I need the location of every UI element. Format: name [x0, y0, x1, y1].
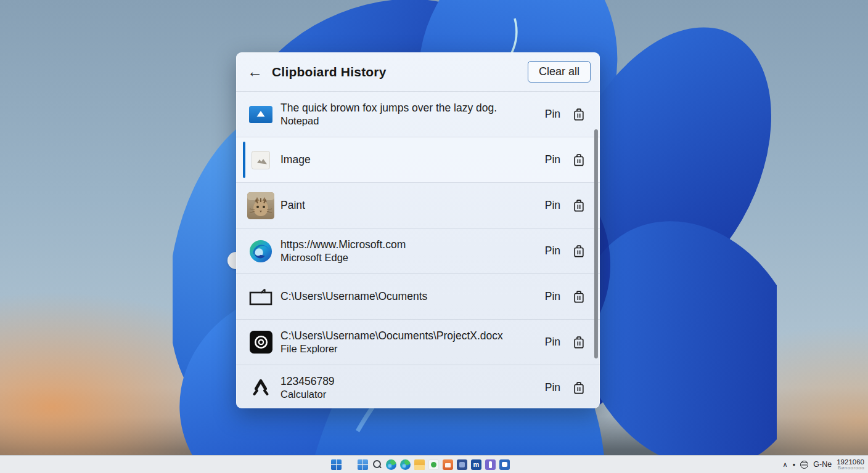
home-app-icon[interactable] — [443, 459, 453, 470]
delete-button[interactable] — [573, 245, 585, 258]
pin-button[interactable]: Pin — [542, 380, 563, 395]
clock-line2: Bønoorooo — [837, 466, 864, 471]
tray-dot-icon[interactable]: ● — [793, 462, 796, 467]
clear-all-button[interactable]: Clear all — [528, 61, 591, 83]
delete-button[interactable] — [573, 199, 585, 212]
clipboard-history-panel: ← Clipboiard History Clear all The quick… — [236, 52, 600, 408]
clipboard-item[interactable]: C:\Users\Username\Oocuments\ProjectX.doc… — [236, 319, 600, 365]
clipboard-item[interactable]: https://www.Microsoft.com Microsoft Edge… — [236, 228, 600, 273]
delete-button[interactable] — [573, 290, 585, 304]
edge-icon-2[interactable] — [400, 459, 411, 470]
tray-language-label[interactable]: G-Ne — [813, 460, 832, 469]
item-subtitle: Calculator — [280, 389, 542, 400]
trash-icon — [573, 199, 585, 212]
item-title: C:\Users\Username\Ocuments — [280, 290, 542, 303]
edge-icon[interactable] — [386, 459, 396, 470]
pin-button[interactable]: Pin — [542, 243, 563, 259]
notepad-icon — [246, 106, 276, 123]
item-title: C:\Users\Username\Oocuments\ProjectX.doc… — [280, 329, 542, 342]
clipboard-item[interactable]: C:\Users\Username\Ocuments Pin — [236, 273, 600, 319]
clipboard-item[interactable]: The quick brown fox jumps over the lazy … — [236, 91, 600, 137]
store-icon[interactable] — [428, 459, 439, 470]
item-title: Image — [280, 153, 542, 166]
trash-icon — [573, 153, 585, 167]
clipboard-item[interactable]: 123456789 Calculator Pin — [236, 365, 600, 408]
item-title: https://www.Microsoft.com — [280, 238, 542, 251]
item-title: 123456789 — [280, 375, 542, 388]
search-icon[interactable] — [372, 459, 382, 470]
taskbar: ∧ ● G-Ne 1921060 Bønoorooo — [0, 455, 868, 473]
tray-chevron-up-icon[interactable]: ∧ — [782, 461, 787, 469]
folder-icon — [246, 288, 276, 306]
photos-icon[interactable] — [457, 459, 467, 470]
edge-icon — [246, 240, 276, 263]
trash-icon — [573, 290, 585, 304]
file-explorer-icon — [246, 331, 276, 354]
trash-icon — [573, 381, 585, 395]
item-title: The quick brown fox jumps over the lazy … — [280, 102, 542, 115]
trash-icon — [573, 245, 585, 258]
panel-title: Clipboiard History — [272, 65, 387, 79]
tray-globe-icon[interactable] — [800, 461, 808, 469]
start-secondary-icon[interactable] — [358, 459, 368, 470]
trash-icon — [573, 336, 585, 349]
item-subtitle: Notepad — [280, 115, 542, 127]
pin-button[interactable]: Pin — [542, 152, 563, 168]
taskbar-icons — [331, 456, 510, 473]
outlook-icon[interactable] — [471, 459, 481, 470]
delete-button[interactable] — [573, 108, 585, 121]
image-thumbnail-icon — [246, 151, 276, 169]
pin-button[interactable]: Pin — [542, 289, 563, 304]
desktop: ← Clipboiard History Clear all The quick… — [0, 0, 868, 473]
tray-clock[interactable]: 1921060 Bønoorooo — [837, 458, 864, 471]
system-tray: ∧ ● G-Ne 1921060 Bønoorooo — [782, 456, 864, 473]
pin-button[interactable]: Pin — [542, 198, 563, 213]
scrollbar-thumb[interactable] — [594, 129, 598, 358]
clipboard-item[interactable]: Paint Pin — [236, 182, 600, 228]
start-icon[interactable] — [331, 459, 342, 470]
pin-button[interactable]: Pin — [542, 107, 563, 122]
store-purple-icon[interactable] — [485, 459, 496, 470]
pin-button[interactable]: Pin — [542, 334, 563, 350]
item-subtitle: File Explorer — [280, 343, 542, 355]
clipboard-item[interactable]: Image Pin — [236, 137, 600, 182]
trash-icon — [573, 108, 585, 121]
delete-button[interactable] — [573, 381, 585, 395]
file-explorer-icon[interactable] — [414, 459, 425, 470]
item-title: Paint — [280, 199, 542, 212]
chat-icon[interactable] — [499, 459, 510, 470]
cat-photo-thumbnail — [246, 192, 276, 219]
calculator-icon — [246, 377, 276, 399]
item-subtitle: Microsoft Edge — [280, 252, 542, 264]
back-button[interactable]: ← — [247, 64, 263, 79]
clipboard-list: The quick brown fox jumps over the lazy … — [236, 91, 600, 408]
panel-header: ← Clipboiard History Clear all — [236, 52, 600, 91]
delete-button[interactable] — [573, 153, 585, 167]
delete-button[interactable] — [573, 336, 585, 349]
